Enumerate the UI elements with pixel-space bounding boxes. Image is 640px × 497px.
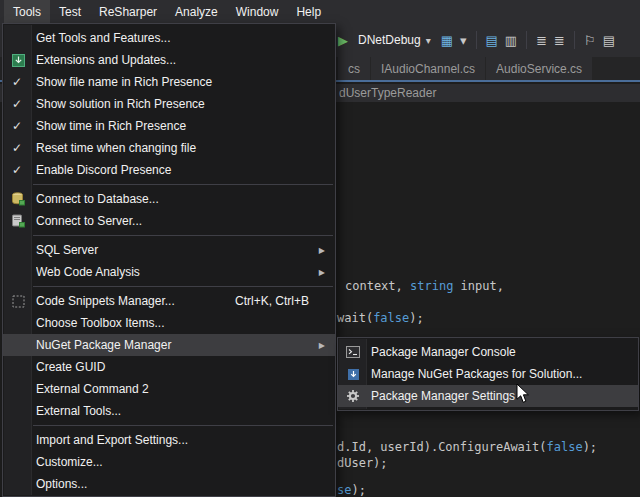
tab-audioservice-cs[interactable]: AudioService.cs bbox=[486, 57, 592, 80]
menu-item-package-manager-settings[interactable]: Package Manager Settings bbox=[338, 385, 638, 407]
menu-item-external-command-2[interactable]: External Command 2 bbox=[3, 378, 335, 400]
menu-item-customize[interactable]: Customize... bbox=[3, 451, 335, 473]
tab-cs[interactable]: cs bbox=[338, 57, 370, 80]
menu-item-label: Get Tools and Features... bbox=[36, 31, 327, 45]
menubar-item-window[interactable]: Window bbox=[227, 0, 288, 23]
menu-separator bbox=[33, 425, 333, 426]
menu-item-web-code-analysis[interactable]: Web Code Analysis▶ bbox=[3, 261, 335, 283]
menu-item-label: External Tools... bbox=[36, 404, 327, 418]
menu-item-label: Options... bbox=[36, 477, 327, 491]
menubar-item-resharper[interactable]: ReSharper bbox=[90, 0, 166, 23]
menu-item-label: Enable Discord Presence bbox=[36, 163, 327, 177]
code-line: wait(false); bbox=[337, 311, 424, 326]
menubar: ToolsTestReSharperAnalyzeWindowHelp bbox=[0, 0, 640, 23]
menu-item-connect-to-database[interactable]: Connect to Database... bbox=[3, 188, 335, 210]
menu-item-show-solution-in-rich-presence[interactable]: ✓Show solution in Rich Presence bbox=[3, 93, 335, 115]
menu-item-connect-to-server[interactable]: Connect to Server... bbox=[3, 210, 335, 232]
gear-icon bbox=[345, 389, 361, 403]
bookmark-icon[interactable]: ⚐ bbox=[584, 34, 596, 47]
menu-item-code-snippets-manager[interactable]: Code Snippets Manager...Ctrl+K, Ctrl+B bbox=[3, 290, 335, 312]
code-segment: ); bbox=[351, 483, 365, 497]
menu-item-get-tools-and-features[interactable]: Get Tools and Features... bbox=[3, 27, 335, 49]
new-file-icon[interactable]: ▤ bbox=[486, 34, 498, 47]
menu-item-label: Create GUID bbox=[36, 360, 327, 374]
menu-item-label: Customize... bbox=[36, 455, 327, 469]
code-segment: false bbox=[547, 440, 583, 454]
code-line: dUser); bbox=[337, 456, 388, 471]
chevron-down-icon[interactable]: ▾ bbox=[460, 34, 467, 47]
menu-item-create-guid[interactable]: Create GUID bbox=[3, 356, 335, 378]
menu-item-shortcut: Ctrl+K, Ctrl+B bbox=[235, 294, 309, 308]
chevron-down-icon: ▾ bbox=[426, 35, 431, 46]
tab-iaudiochannel-cs[interactable]: IAudioChannel.cs bbox=[371, 57, 485, 80]
check-icon: ✓ bbox=[12, 97, 22, 111]
menu-separator bbox=[33, 184, 333, 185]
menu-item-label: Import and Export Settings... bbox=[36, 433, 327, 447]
code-line: d.Id, userId).ConfigureAwait(false); bbox=[337, 440, 597, 455]
toolbar-separator bbox=[526, 31, 527, 49]
menu-item-label: Manage NuGet Packages for Solution... bbox=[371, 367, 630, 381]
comment-lines-icon[interactable]: ▤ bbox=[603, 34, 615, 47]
code-segment: string bbox=[410, 279, 453, 293]
tools-menu: Get Tools and Features...Extensions and … bbox=[2, 23, 336, 497]
menubar-item-help[interactable]: Help bbox=[287, 0, 330, 23]
vs-window: context, string input,wait(false);d.Id, … bbox=[0, 0, 640, 497]
menu-item-package-manager-console[interactable]: Package Manager Console bbox=[338, 341, 638, 363]
menu-item-label: External Command 2 bbox=[36, 382, 327, 396]
code-segment: dUser); bbox=[337, 456, 388, 470]
snippets-icon bbox=[10, 294, 26, 308]
menu-separator bbox=[33, 286, 333, 287]
menu-item-label: Connect to Database... bbox=[36, 192, 327, 206]
menubar-item-tools[interactable]: Tools bbox=[4, 0, 50, 23]
code-segment: d.Id, userId).ConfigureAwait( bbox=[337, 440, 547, 454]
menu-item-label: Code Snippets Manager... bbox=[36, 294, 211, 308]
split-columns-icon[interactable]: ▥ bbox=[505, 34, 517, 47]
code-segment: ); bbox=[583, 440, 597, 454]
extensions-icon bbox=[10, 53, 26, 67]
check-icon: ✓ bbox=[12, 75, 22, 89]
menu-item-label: Web Code Analysis bbox=[36, 265, 327, 279]
code-segment: false bbox=[373, 311, 409, 325]
debug-target-dropdown[interactable]: DNetDebug▾ bbox=[355, 31, 434, 49]
server-icon bbox=[10, 214, 26, 228]
menu-item-label: Package Manager Settings bbox=[371, 389, 630, 403]
menu-item-label: Reset time when changing file bbox=[36, 141, 327, 155]
toolbar-separator bbox=[574, 31, 575, 49]
menu-item-label: NuGet Package Manager bbox=[36, 338, 327, 352]
toolbar-items: ▶DNetDebug▾▦▾▤▥≣≣⚐▤ bbox=[338, 23, 615, 57]
submenu-arrow-icon: ▶ bbox=[319, 341, 325, 350]
menu-item-manage-nuget-packages-for-solution[interactable]: Manage NuGet Packages for Solution... bbox=[338, 363, 638, 385]
menu-item-import-and-export-settings[interactable]: Import and Export Settings... bbox=[3, 429, 335, 451]
menu-item-reset-time-when-changing-file[interactable]: ✓Reset time when changing file bbox=[3, 137, 335, 159]
menu-item-show-file-name-in-rich-presence[interactable]: ✓Show file name in Rich Presence bbox=[3, 71, 335, 93]
nuget-submenu: Package Manager ConsoleManage NuGet Pack… bbox=[337, 337, 639, 411]
code-segment: wait( bbox=[337, 311, 373, 325]
packages-icon bbox=[345, 367, 361, 381]
code-line: context, string input, bbox=[345, 279, 504, 294]
menubar-item-analyze[interactable]: Analyze bbox=[166, 0, 227, 23]
code-segment: se bbox=[337, 483, 351, 497]
sort-lines-icon[interactable]: ≣ bbox=[554, 34, 565, 47]
line-list-icon[interactable]: ≣ bbox=[536, 34, 547, 47]
toolbar-separator bbox=[476, 31, 477, 49]
menu-item-options[interactable]: Options... bbox=[3, 473, 335, 495]
menu-item-external-tools[interactable]: External Tools... bbox=[3, 400, 335, 422]
menu-item-extensions-and-updates[interactable]: Extensions and Updates... bbox=[3, 49, 335, 71]
menu-item-enable-discord-presence[interactable]: ✓Enable Discord Presence bbox=[3, 159, 335, 181]
menu-item-label: Show solution in Rich Presence bbox=[36, 97, 327, 111]
menu-item-show-time-in-rich-presence[interactable]: ✓Show time in Rich Presence bbox=[3, 115, 335, 137]
breadcrumb: dUserTypeReader bbox=[339, 86, 436, 100]
menu-item-nuget-package-manager[interactable]: NuGet Package Manager▶ bbox=[3, 334, 335, 356]
database-icon bbox=[10, 192, 26, 206]
menu-item-label: Package Manager Console bbox=[371, 345, 630, 359]
menu-item-label: SQL Server bbox=[36, 243, 327, 257]
menu-separator bbox=[33, 235, 333, 236]
attach-to-process-icon[interactable]: ▦ bbox=[441, 34, 453, 47]
code-line: se); bbox=[337, 483, 366, 497]
menu-item-label: Choose Toolbox Items... bbox=[36, 316, 327, 330]
menu-item-sql-server[interactable]: SQL Server▶ bbox=[3, 239, 335, 261]
submenu-arrow-icon: ▶ bbox=[319, 246, 325, 255]
menubar-item-test[interactable]: Test bbox=[50, 0, 90, 23]
start-debugging-icon[interactable]: ▶ bbox=[338, 34, 348, 47]
menu-item-choose-toolbox-items[interactable]: Choose Toolbox Items... bbox=[3, 312, 335, 334]
